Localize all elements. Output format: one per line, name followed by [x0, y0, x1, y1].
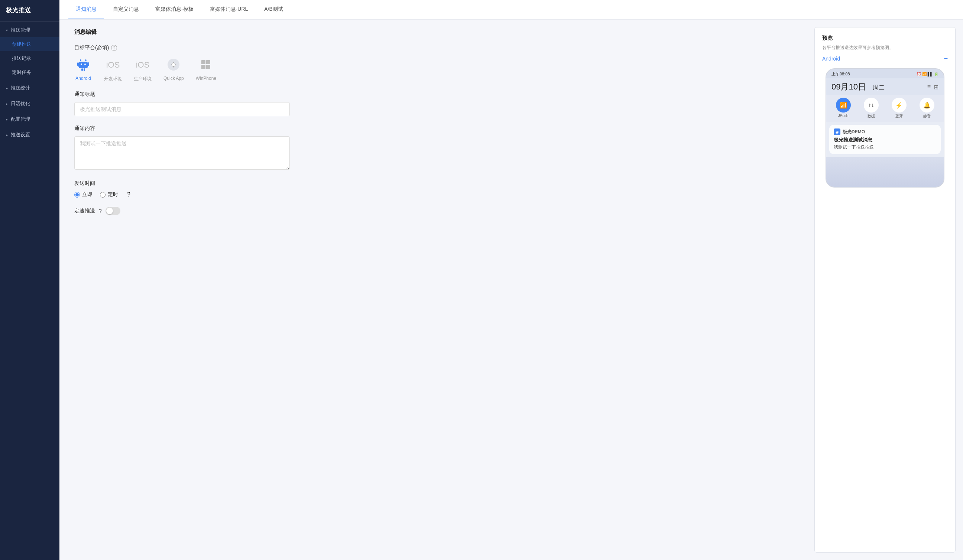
phone-date-line: 09月10日 周二 ≡ ⊞ — [832, 81, 939, 92]
alarm-icon: ⏰ — [916, 72, 921, 76]
speed-limit-toggle[interactable] — [105, 207, 120, 215]
phone-status-icons: ⏰ 📶 ▌▌ 🔋 — [916, 72, 939, 76]
sidebar-group-daily-opt: ▸ 日活优化 — [0, 95, 60, 111]
jpush-label: JPush — [838, 113, 849, 118]
battery-icon: 🔋 — [934, 72, 939, 76]
bluetooth-circle: ⚡ — [892, 98, 906, 113]
phone-status-bar: 上午08:08 ⏰ 📶 ▌▌ 🔋 — [826, 69, 944, 78]
tab-custom[interactable]: 自定义消息 — [105, 0, 146, 19]
phone-time: 上午08:08 — [832, 71, 850, 77]
svg-rect-2 — [78, 62, 88, 68]
radio-immediate[interactable]: 立即 — [74, 191, 92, 198]
svg-point-12 — [172, 63, 175, 66]
notify-content-label: 通知内容 — [74, 125, 799, 132]
svg-rect-6 — [84, 68, 85, 71]
phone-quick-actions: 📶 JPush ↑↓ 数据 ⚡ 蓝牙 — [826, 95, 944, 122]
tab-ab-test[interactable]: A/B测试 — [257, 0, 290, 19]
content-area: 消息编辑 目标平台(必填) ? — [60, 20, 963, 560]
quick-action-data: ↑↓ 数据 — [864, 98, 879, 119]
ios-prod-icon: iOS — [136, 58, 150, 72]
sidebar-group-title-push-stats[interactable]: ▸ 推送统计 — [0, 79, 60, 95]
data-icon: ↑↓ — [868, 102, 874, 108]
notify-content-textarea[interactable] — [74, 136, 290, 170]
phone-notification-card: ◉ 极光DEMO 极光推送测试消息 我测试一下推送推送 — [829, 125, 941, 154]
sidebar-group-title-push-settings[interactable]: ▸ 推送设置 — [0, 126, 60, 142]
sidebar-item-create-push[interactable]: 创建推送 — [0, 37, 60, 51]
sidebar: 极光推送 ▾ 推送管理 创建推送 推送记录 定时任务 ▸ 推送统计 ▸ 日活优化… — [0, 0, 60, 560]
sidebar-group-push-settings: ▸ 推送设置 — [0, 126, 60, 142]
platform-winphone[interactable]: WinPhone — [196, 56, 216, 81]
quick-action-bluetooth: ⚡ 蓝牙 — [892, 98, 906, 119]
phone-date-group: 09月10日 周二 — [832, 81, 885, 92]
send-time-help-icon[interactable]: ? — [127, 191, 130, 198]
sidebar-item-push-records[interactable]: 推送记录 — [0, 51, 60, 65]
svg-rect-13 — [201, 60, 206, 64]
platform-field: 目标平台(必填) ? — [74, 45, 799, 82]
svg-rect-14 — [206, 60, 210, 64]
tab-bar: 通知消息 自定义消息 富媒体消息-模板 富媒体消息-URL A/B测试 — [60, 0, 963, 20]
form-area: 消息编辑 目标平台(必填) ? — [60, 20, 814, 560]
list-icon: ≡ — [927, 84, 931, 91]
jpush-circle: 📶 — [836, 98, 851, 113]
svg-text:iOS: iOS — [136, 60, 150, 70]
notify-title-input[interactable] — [74, 102, 290, 116]
quick-app-icon-wrap — [165, 56, 182, 73]
svg-text:iOS: iOS — [106, 60, 120, 70]
svg-rect-16 — [206, 65, 210, 69]
notif-app-icon: ◉ — [834, 128, 840, 135]
wifi-signal-icon: 📶 — [840, 102, 847, 109]
radio-scheduled-input[interactable] — [100, 192, 105, 197]
android-icon — [76, 57, 91, 72]
speed-limit-help-icon[interactable]: ? — [99, 208, 102, 214]
android-label: Android — [75, 76, 91, 81]
notif-body: 我测试一下推送推送 — [834, 144, 936, 151]
ios-prod-icon-wrap: iOS — [134, 56, 152, 73]
platform-ios-prod[interactable]: iOS 生产环境 — [134, 56, 152, 82]
android-icon-wrap — [74, 56, 92, 73]
svg-rect-5 — [81, 68, 83, 71]
send-time-field: 发送时间 立即 定时 ? — [74, 180, 799, 198]
platform-ios-dev[interactable]: iOS 开发环境 — [104, 56, 122, 82]
wifi-icon: 📶 — [922, 72, 927, 76]
sidebar-group-config-mgmt: ▸ 配置管理 — [0, 111, 60, 126]
phone-date-row: 09月10日 周二 ≡ ⊞ — [826, 78, 944, 95]
radio-scheduled[interactable]: 定时 — [100, 191, 118, 198]
arrow-icon-daily: ▸ — [6, 102, 8, 106]
arrow-icon-stats: ▸ — [6, 86, 8, 90]
platform-help-icon[interactable]: ? — [111, 45, 117, 51]
preview-active-tab[interactable]: Android — [822, 56, 840, 62]
platform-quick-app[interactable]: Quick App — [164, 56, 184, 81]
preview-title: 预览 — [822, 35, 948, 42]
sidebar-group-title-push-management[interactable]: ▾ 推送管理 — [0, 21, 60, 37]
sidebar-item-scheduled-tasks[interactable]: 定时任务 — [0, 65, 60, 79]
winphone-label: WinPhone — [196, 76, 216, 81]
svg-rect-3 — [77, 62, 79, 66]
bluetooth-label: 蓝牙 — [895, 113, 903, 119]
grid-icon: ⊞ — [934, 84, 939, 91]
tab-rich-template[interactable]: 富媒体消息-模板 — [148, 0, 201, 19]
main-content: 通知消息 自定义消息 富媒体消息-模板 富媒体消息-URL A/B测试 消息编辑… — [60, 0, 963, 560]
svg-rect-15 — [201, 65, 206, 69]
svg-rect-4 — [88, 62, 89, 66]
phone-date: 09月10日 周二 — [832, 81, 885, 92]
notif-title: 极光推送测试消息 — [834, 137, 936, 143]
tab-rich-url[interactable]: 富媒体消息-URL — [203, 0, 256, 19]
send-time-radio-group: 立即 定时 ? — [74, 191, 799, 198]
notif-app-name: 极光DEMO — [843, 129, 865, 135]
sidebar-group-push-management: ▾ 推送管理 创建推送 推送记录 定时任务 — [0, 21, 60, 79]
preview-collapse-button[interactable]: − — [944, 55, 948, 62]
radio-immediate-input[interactable] — [74, 192, 80, 197]
sidebar-group-title-config-mgmt[interactable]: ▸ 配置管理 — [0, 111, 60, 126]
ios-prod-label: 生产环境 — [134, 76, 152, 82]
notif-header: ◉ 极光DEMO — [834, 128, 936, 135]
platform-row: Android iOS 开发环境 — [74, 56, 799, 82]
platform-android[interactable]: Android — [74, 56, 92, 81]
phone-bottom-blur — [826, 157, 944, 187]
svg-point-7 — [81, 63, 82, 65]
ios-dev-label: 开发环境 — [104, 76, 122, 82]
app-logo-icon: ◉ — [836, 130, 839, 134]
quick-action-jpush: 📶 JPush — [836, 98, 851, 119]
sidebar-group-title-daily-opt[interactable]: ▸ 日活优化 — [0, 95, 60, 111]
speed-limit-toggle-row: 定速推送 ? — [74, 207, 799, 215]
tab-notification[interactable]: 通知消息 — [68, 0, 104, 19]
